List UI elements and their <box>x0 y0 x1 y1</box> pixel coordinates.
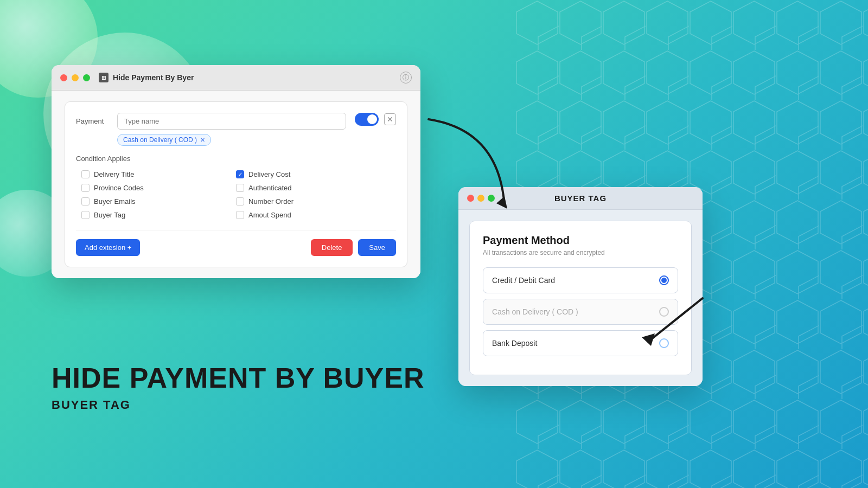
payment-name-input[interactable] <box>117 113 346 130</box>
panel-inner: Payment Cash on Delivery ( COD ) ✕ ✕ Con… <box>65 101 407 267</box>
cod-tag: Cash on Delivery ( COD ) ✕ <box>117 134 211 146</box>
admin-titlebar: ⊞ Hide Payment By Byer ⓘ <box>52 65 420 91</box>
arrow-big <box>412 108 521 217</box>
hero-subtitle: BUYER TAG <box>52 398 425 412</box>
payment-label: Payment <box>76 113 108 125</box>
hero-text-area: HIDE PAYMENT BY BUYER BUYER TAG <box>52 363 425 412</box>
svg-marker-3 <box>496 196 507 209</box>
save-button[interactable]: Save <box>358 239 396 256</box>
checkbox-delivery-cost-label: Delivery Cost <box>248 170 290 178</box>
traffic-light-green[interactable] <box>83 74 90 81</box>
checkbox-delivery-title-box[interactable] <box>81 170 90 178</box>
window-icon: ⊞ <box>99 73 108 82</box>
info-icon[interactable]: ⓘ <box>400 72 412 84</box>
toggle-close-row: ✕ <box>355 113 396 126</box>
checkbox-delivery-cost-box[interactable]: ✓ <box>236 170 244 178</box>
checkbox-amout-spend-box[interactable] <box>236 211 244 219</box>
checkbox-province-codes-label: Province Codes <box>94 184 144 192</box>
toggle-switch[interactable] <box>355 113 379 126</box>
cod-label: Cash on Delivery ( COD ) <box>492 307 578 316</box>
traffic-light-red[interactable] <box>60 74 67 81</box>
admin-window-title-area: ⊞ Hide Payment By Byer <box>99 73 194 82</box>
checkbox-delivery-title: Delivery Title <box>81 170 236 178</box>
cod-tag-label: Cash on Delivery ( COD ) <box>123 136 197 144</box>
panel-footer: Add extesion + Delete Save <box>76 230 396 256</box>
checkbox-buyer-emails-label: Buyer Emails <box>94 197 136 206</box>
buyer-window: BUYER TAG Payment Method All transaction… <box>458 187 703 386</box>
delete-button[interactable]: Delete <box>311 239 353 256</box>
action-buttons: Delete Save <box>311 239 396 256</box>
admin-window: ⊞ Hide Payment By Byer ⓘ Payment Cash on… <box>52 65 420 278</box>
checkbox-buyer-emails: Buyer Emails <box>81 197 236 206</box>
checkbox-authenticated-box[interactable] <box>236 184 244 192</box>
checkbox-province-codes-box[interactable] <box>81 184 90 192</box>
checkbox-delivery-title-label: Delivery Title <box>94 170 134 178</box>
checkbox-authenticated-label: Authenticated <box>248 184 292 192</box>
close-button[interactable]: ✕ <box>384 113 396 125</box>
checkbox-buyer-tag: Buyer Tag <box>81 211 236 219</box>
arrow-small <box>632 287 713 352</box>
cod-tag-remove[interactable]: ✕ <box>200 137 205 144</box>
add-extension-button[interactable]: Add extesion + <box>76 239 140 256</box>
checkbox-number-order-label: Number Order <box>248 197 293 206</box>
traffic-light-yellow[interactable] <box>72 74 79 81</box>
condition-applies-label: Condition Applies <box>76 155 396 163</box>
payment-method-title: Payment Method <box>483 234 678 247</box>
checkbox-amout-spend: Amout Spend <box>236 211 391 219</box>
tag-row: Cash on Delivery ( COD ) ✕ <box>117 134 346 146</box>
bank-deposit-label: Bank Deposit <box>492 339 537 348</box>
admin-window-content: Payment Cash on Delivery ( COD ) ✕ ✕ Con… <box>52 91 420 278</box>
credit-card-label: Credit / Debit Card <box>492 276 555 285</box>
svg-marker-4 <box>642 333 655 346</box>
checkbox-amout-spend-label: Amout Spend <box>248 211 291 219</box>
checkbox-authenticated: Authenticated <box>236 184 391 192</box>
checkbox-number-order-box[interactable] <box>236 197 244 206</box>
checkbox-grid: Delivery Title ✓ Delivery Cost Province … <box>76 170 396 219</box>
hero-title: HIDE PAYMENT BY BUYER <box>52 363 425 394</box>
payment-subtitle: All transactions are securre and encrypt… <box>483 249 678 256</box>
admin-window-title: Hide Payment By Byer <box>113 73 194 82</box>
credit-card-radio[interactable] <box>659 275 669 285</box>
checkbox-buyer-tag-box[interactable] <box>81 211 90 219</box>
checkbox-buyer-emails-box[interactable] <box>81 197 90 206</box>
payment-input-area: Cash on Delivery ( COD ) ✕ <box>117 113 346 146</box>
payment-row: Payment Cash on Delivery ( COD ) ✕ ✕ <box>76 113 396 146</box>
checkbox-buyer-tag-label: Buyer Tag <box>94 211 125 219</box>
checkbox-province-codes: Province Codes <box>81 184 236 192</box>
buyer-window-title: BUYER TAG <box>554 194 607 203</box>
checkbox-delivery-cost: ✓ Delivery Cost <box>236 170 391 178</box>
checkbox-number-order: Number Order <box>236 197 391 206</box>
